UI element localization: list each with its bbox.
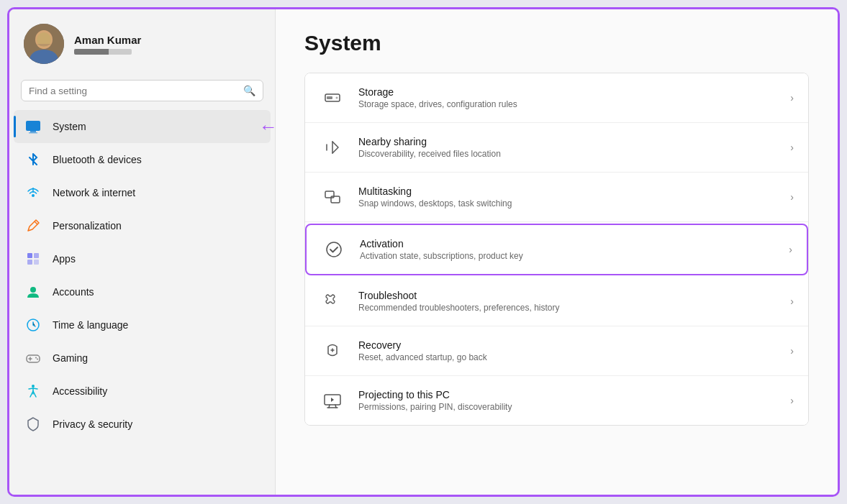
nearby-icon	[320, 134, 345, 160]
personalization-icon	[24, 216, 42, 235]
settings-list: Storage Storage space, drives, configura…	[304, 73, 809, 426]
svg-rect-9	[34, 253, 39, 258]
network-icon	[24, 183, 42, 202]
avatar	[24, 24, 64, 64]
sidebar-item-accounts[interactable]: Accounts	[14, 275, 271, 308]
sidebar-item-personalization[interactable]: Personalization	[14, 209, 271, 242]
multitask-arrow: ›	[790, 191, 794, 203]
projecting-subtitle: Permissions, pairing PIN, discoverabilit…	[358, 402, 512, 412]
network-label: Network & internet	[53, 187, 135, 198]
svg-rect-4	[26, 121, 40, 131]
time-icon	[24, 316, 42, 334]
privacy-label: Privacy & security	[53, 418, 132, 430]
multitask-text: Multitasking Snap windows, desktops, tas…	[358, 185, 512, 209]
arrow-annotation: ←	[259, 116, 276, 138]
search-box[interactable]: 🔍	[21, 80, 263, 101]
projecting-arrow: ›	[790, 395, 794, 406]
settings-item-nearby[interactable]: Nearby sharing Discoverability, received…	[305, 123, 808, 173]
settings-item-recovery[interactable]: Recovery Reset, advanced startup, go bac…	[305, 326, 808, 376]
svg-point-23	[327, 242, 341, 257]
nearby-title: Nearby sharing	[358, 136, 501, 147]
system-icon	[24, 117, 42, 136]
personalization-label: Personalization	[53, 220, 122, 232]
accessibility-label: Accessibility	[53, 385, 107, 397]
sidebar-item-gaming[interactable]: Gaming	[14, 342, 271, 375]
recovery-icon	[320, 338, 345, 364]
user-name: Aman Kumar	[74, 34, 141, 46]
accounts-label: Accounts	[53, 286, 94, 298]
settings-item-activation[interactable]: Activation Activation state, subscriptio…	[305, 224, 808, 275]
svg-rect-11	[34, 260, 39, 265]
recovery-title: Recovery	[358, 339, 487, 351]
gaming-label: Gaming	[53, 352, 88, 364]
time-label: Time & language	[53, 319, 128, 331]
activation-arrow: ›	[789, 244, 792, 255]
sidebar-item-apps[interactable]: Apps	[14, 242, 271, 275]
svg-point-12	[30, 287, 36, 293]
troubleshoot-text: Troubleshoot Recommended troubleshooters…	[358, 290, 559, 313]
system-label: System	[53, 121, 86, 132]
svg-point-20	[336, 97, 338, 99]
svg-rect-8	[27, 253, 32, 258]
activation-text: Activation Activation state, subscriptio…	[360, 238, 523, 261]
svg-point-15	[35, 357, 37, 359]
storage-title: Storage	[358, 86, 517, 98]
nearby-subtitle: Discoverability, received files location	[358, 149, 501, 159]
recovery-text: Recovery Reset, advanced startup, go bac…	[358, 339, 487, 362]
sidebar: Aman Kumar 🔍 System ←	[9, 9, 276, 495]
nearby-text: Nearby sharing Discoverability, received…	[358, 136, 501, 159]
svg-point-17	[32, 385, 35, 388]
accounts-icon	[24, 283, 42, 301]
nearby-arrow: ›	[790, 142, 794, 153]
sidebar-item-accessibility[interactable]: Accessibility	[14, 375, 271, 408]
storage-subtitle: Storage space, drives, configuration rul…	[358, 99, 517, 109]
svg-point-7	[32, 194, 35, 197]
sidebar-item-network[interactable]: Network & internet	[14, 176, 271, 209]
privacy-icon	[24, 415, 42, 434]
svg-rect-5	[30, 131, 36, 132]
storage-arrow: ›	[790, 92, 794, 104]
svg-rect-19	[327, 96, 332, 99]
sidebar-item-time[interactable]: Time & language	[14, 308, 271, 342]
settings-item-projecting[interactable]: Projecting to this PC Permissions, pairi…	[305, 376, 808, 425]
activation-icon	[321, 237, 347, 262]
multitask-title: Multitasking	[358, 185, 512, 197]
svg-point-16	[37, 359, 38, 360]
storage-icon	[320, 85, 345, 111]
bluetooth-label: Bluetooth & devices	[53, 154, 142, 165]
user-profile[interactable]: Aman Kumar	[9, 9, 275, 75]
settings-item-troubleshoot[interactable]: Troubleshoot Recommended troubleshooters…	[305, 277, 808, 326]
sidebar-item-system[interactable]: System ←	[14, 110, 271, 143]
main-content: System Storage Storage space, drives, co…	[276, 9, 838, 495]
apps-icon	[24, 249, 42, 268]
multitask-subtitle: Snap windows, desktops, task switching	[358, 198, 512, 209]
svg-rect-6	[29, 132, 37, 134]
user-info: Aman Kumar	[74, 34, 141, 55]
page-title: System	[304, 31, 809, 55]
troubleshoot-title: Troubleshoot	[358, 290, 559, 301]
activation-title: Activation	[360, 238, 523, 249]
multitask-icon	[320, 184, 345, 210]
activation-subtitle: Activation state, subscriptions, product…	[360, 251, 523, 261]
sidebar-item-privacy[interactable]: Privacy & security	[14, 408, 271, 441]
projecting-text: Projecting to this PC Permissions, pairi…	[358, 389, 512, 412]
search-input[interactable]	[29, 86, 237, 96]
accessibility-icon	[24, 382, 42, 400]
settings-item-storage[interactable]: Storage Storage space, drives, configura…	[305, 73, 808, 123]
projecting-title: Projecting to this PC	[358, 389, 512, 400]
sidebar-item-bluetooth[interactable]: Bluetooth & devices	[14, 143, 271, 176]
nav-list: System ← Bluetooth & devices	[9, 110, 275, 441]
user-progress-bar	[74, 49, 132, 55]
svg-rect-10	[27, 260, 32, 265]
gaming-icon	[24, 349, 42, 367]
recovery-subtitle: Reset, advanced startup, go back	[358, 352, 487, 362]
storage-text: Storage Storage space, drives, configura…	[358, 86, 517, 109]
search-icon: 🔍	[243, 85, 255, 96]
bluetooth-icon	[24, 150, 42, 169]
troubleshoot-subtitle: Recommended troubleshooters, preferences…	[358, 303, 559, 313]
troubleshoot-arrow: ›	[790, 295, 794, 307]
settings-window: Aman Kumar 🔍 System ←	[7, 7, 840, 497]
troubleshoot-icon	[320, 288, 345, 314]
settings-item-multitasking[interactable]: Multitasking Snap windows, desktops, tas…	[305, 173, 808, 222]
apps-label: Apps	[53, 253, 76, 265]
